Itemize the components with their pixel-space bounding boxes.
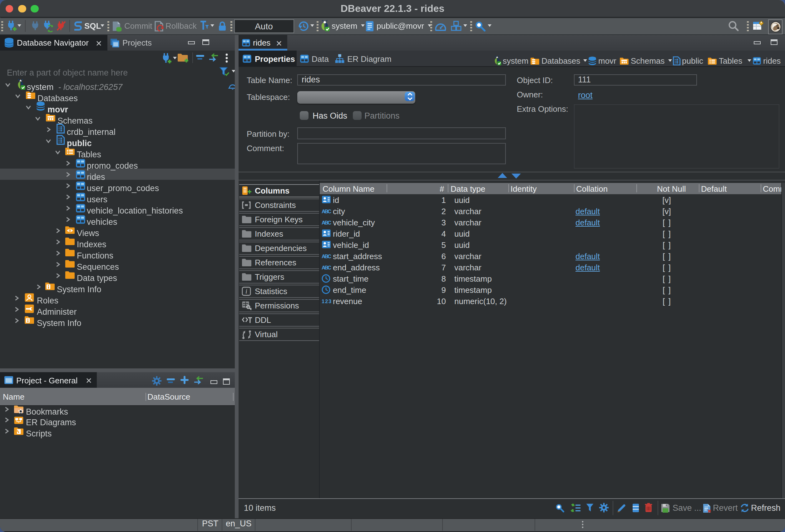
svg-text:ABC: ABC xyxy=(321,264,331,270)
svg-text:123: 123 xyxy=(321,298,331,304)
svg-text:ABC: ABC xyxy=(321,253,331,259)
svg-text:ABC: ABC xyxy=(321,220,331,225)
svg-text:ABC: ABC xyxy=(321,208,331,214)
svg-text:i: i xyxy=(246,287,247,295)
